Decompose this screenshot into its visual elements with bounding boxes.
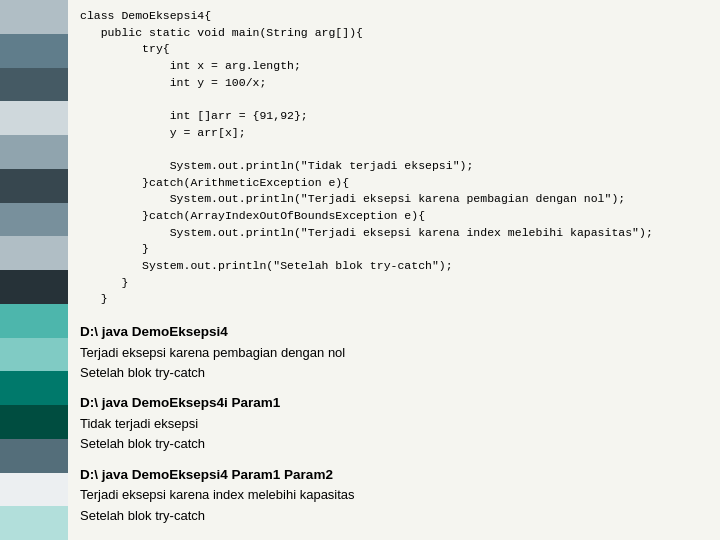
sidebar-segment-12 (0, 405, 68, 439)
sidebar-segment-11 (0, 371, 68, 405)
sidebar-segment-0 (0, 0, 68, 34)
sidebar-segment-13 (0, 439, 68, 473)
output-group-1: D:\ java DemoEkseps4i Param1Tidak terjad… (80, 393, 708, 454)
output-line-1-1: Tidak terjadi eksepsi (80, 414, 708, 434)
output-group-0: D:\ java DemoEksepsi4Terjadi eksepsi kar… (80, 322, 708, 383)
sidebar (0, 0, 68, 540)
sidebar-segment-6 (0, 203, 68, 237)
sidebar-segment-9 (0, 304, 68, 338)
main-content: class DemoEksepsi4{ public static void m… (68, 0, 720, 540)
output-line-2-0: D:\ java DemoEksepsi4 Param1 Param2 (80, 465, 708, 486)
sidebar-segment-1 (0, 34, 68, 68)
sidebar-segment-15 (0, 506, 68, 540)
sidebar-segment-7 (0, 236, 68, 270)
output-line-0-2: Setelah blok try-catch (80, 363, 708, 383)
output-line-2-1: Terjadi eksepsi karena index melebihi ka… (80, 485, 708, 505)
sidebar-segment-8 (0, 270, 68, 304)
output-group-2: D:\ java DemoEksepsi4 Param1 Param2Terja… (80, 465, 708, 526)
output-section: D:\ java DemoEksepsi4Terjadi eksepsi kar… (80, 322, 708, 536)
sidebar-segment-14 (0, 473, 68, 507)
sidebar-segment-5 (0, 169, 68, 203)
code-block: class DemoEksepsi4{ public static void m… (80, 8, 708, 308)
sidebar-segment-4 (0, 135, 68, 169)
output-line-1-2: Setelah blok try-catch (80, 434, 708, 454)
sidebar-segment-3 (0, 101, 68, 135)
output-line-1-0: D:\ java DemoEkseps4i Param1 (80, 393, 708, 414)
sidebar-segment-10 (0, 338, 68, 372)
output-line-0-1: Terjadi eksepsi karena pembagian dengan … (80, 343, 708, 363)
output-line-0-0: D:\ java DemoEksepsi4 (80, 322, 708, 343)
sidebar-segment-2 (0, 68, 68, 102)
output-line-2-2: Setelah blok try-catch (80, 506, 708, 526)
